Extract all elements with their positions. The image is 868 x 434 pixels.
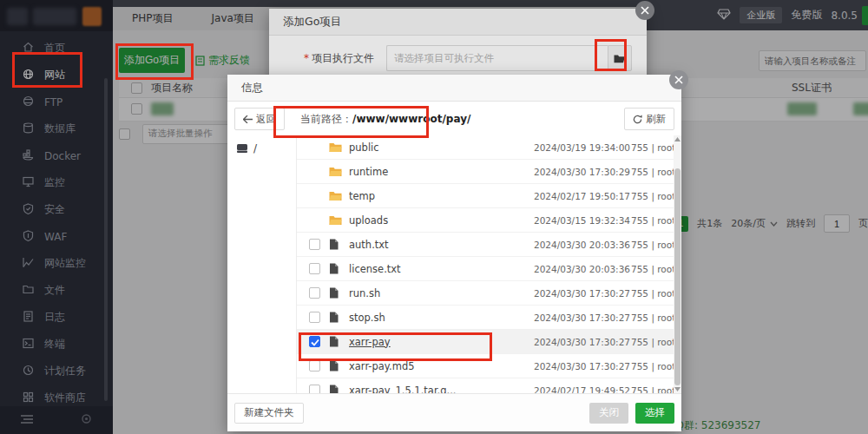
tree-root-item[interactable]: /: [236, 142, 296, 155]
file-date: 2024/03/30 17:30:27: [534, 361, 631, 372]
file-checkbox[interactable]: [309, 312, 320, 323]
file-row-temp[interactable]: temp2024/02/17 19:50:17755 | root: [297, 184, 681, 208]
file-name[interactable]: public: [349, 141, 534, 154]
file-row-public[interactable]: public2024/03/19 19:34:00755 | root: [297, 135, 681, 160]
file-icon: [329, 239, 342, 250]
file-date: 2024/02/17 19:50:17: [534, 191, 631, 201]
refresh-button[interactable]: 刷新: [624, 108, 674, 130]
path-value: /www/wwwroot/pay/: [352, 113, 470, 125]
dialog-title-bar: 信息: [227, 75, 681, 102]
close-icon[interactable]: [635, 1, 654, 20]
tree-root-label: /: [253, 142, 257, 155]
file-row-runtime[interactable]: runtime2024/03/30 17:30:29755 | root: [297, 160, 681, 184]
file-dialog-toolbar: 返回 当前路径：/www/wwwroot/pay/ 刷新: [227, 102, 681, 136]
file-name[interactable]: xarr-pay: [349, 336, 534, 348]
folder-icon: [329, 142, 342, 153]
file-date: 2024/03/15 19:32:34: [534, 215, 631, 226]
file-icon: [329, 336, 342, 347]
dialog-title: 信息: [241, 81, 263, 95]
required-star: *: [304, 52, 309, 64]
file-name[interactable]: run.sh: [349, 287, 534, 299]
file-icon: [329, 287, 342, 299]
file-checkbox[interactable]: [309, 263, 320, 274]
file-date: 2024/03/19 19:34:00: [534, 142, 631, 153]
file-name[interactable]: license.txt: [349, 263, 534, 275]
directory-tree-pane: /: [227, 135, 297, 393]
file-checkbox[interactable]: [309, 287, 320, 299]
file-date: 2024/02/17 19:49:52: [534, 385, 631, 394]
select-button[interactable]: 选择: [635, 403, 674, 424]
file-icon: [329, 263, 342, 274]
new-folder-button[interactable]: 新建文件夹: [234, 403, 304, 424]
file-name[interactable]: stop.sh: [349, 312, 534, 324]
file-name[interactable]: temp: [349, 190, 534, 202]
file-name[interactable]: uploads: [349, 214, 534, 227]
back-arrow-icon: [243, 115, 253, 123]
exec-file-form-row: *项目执行文件: [269, 35, 647, 71]
refresh-label: 刷新: [646, 113, 666, 126]
current-path: 当前路径：/www/wwwroot/pay/: [300, 112, 470, 127]
back-label: 返回: [256, 113, 276, 126]
file-date: 2024/03/30 20:03:36: [534, 240, 631, 250]
file-list-scrollbar[interactable]: [674, 135, 681, 393]
folder-icon: [329, 167, 342, 177]
file-row-auth.txt[interactable]: auth.txt2024/03/30 20:03:36755 | root: [297, 233, 681, 257]
file-row-license.txt[interactable]: license.txt2024/03/30 20:03:36755 | root: [297, 257, 681, 281]
file-name[interactable]: xarr-pay_1.5.1.tar.g...: [349, 385, 534, 394]
file-browser-dialog: 信息 返回 当前路径：/www/wwwroot/pay/ 刷新 /: [227, 75, 681, 431]
file-name[interactable]: xarr-pay.md5: [349, 360, 534, 372]
close-icon[interactable]: [669, 70, 688, 89]
scroll-down-icon[interactable]: [674, 387, 681, 391]
file-date: 2024/03/30 17:30:27: [534, 288, 631, 299]
file-date: 2024/03/30 17:30:27: [534, 312, 631, 323]
folder-icon: [329, 191, 342, 201]
browse-folder-button[interactable]: [608, 45, 632, 71]
file-row-xarr-pay.md5[interactable]: xarr-pay.md52024/03/30 17:30:27755 | roo…: [297, 354, 681, 378]
file-icon: [329, 360, 342, 372]
file-row-uploads[interactable]: uploads2024/03/15 19:32:34755 | root: [297, 208, 681, 233]
dialog-title-bar: 添加Go项目: [269, 9, 647, 36]
baota-panel-screen: 首页网站FTP数据库Docker监控安全WAF网站监控文件日志终端计划任务软件商…: [0, 0, 868, 434]
file-row-stop.sh[interactable]: stop.sh2024/03/30 17:30:27755 | root: [297, 306, 681, 330]
file-checkbox[interactable]: [309, 239, 320, 250]
dialog-title: 添加Go项目: [283, 15, 341, 30]
file-icon: [329, 385, 342, 393]
close-button[interactable]: 关闭: [589, 403, 628, 424]
file-row-xarr-pay[interactable]: xarr-pay2024/03/30 17:30:27755 | root: [297, 330, 681, 354]
file-row-xarr-pay-1.5.1.tar.g...[interactable]: xarr-pay_1.5.1.tar.g...2024/02/17 19:49:…: [297, 378, 681, 393]
file-date: 2024/03/30 20:03:36: [534, 264, 631, 274]
file-dialog-footer: 新建文件夹 关闭 选择: [227, 393, 681, 431]
file-name[interactable]: auth.txt: [349, 239, 534, 251]
folder-icon: [614, 54, 626, 63]
scrollbar-thumb[interactable]: [674, 168, 681, 385]
file-checkbox[interactable]: [309, 336, 320, 347]
file-list: public2024/03/19 19:34:00755 | rootrunti…: [297, 135, 681, 393]
file-checkbox[interactable]: [309, 385, 320, 393]
disk-icon: [236, 143, 248, 154]
path-label: 当前路径：: [300, 113, 352, 125]
file-row-run.sh[interactable]: run.sh2024/03/30 17:30:27755 | root: [297, 281, 681, 306]
file-icon: [329, 312, 342, 323]
back-button[interactable]: 返回: [234, 108, 285, 130]
refresh-icon: [633, 115, 642, 124]
file-date: 2024/03/30 17:30:29: [534, 167, 631, 177]
folder-icon: [329, 215, 342, 226]
exec-file-input[interactable]: [386, 45, 608, 71]
exec-file-label: *项目执行文件: [304, 51, 374, 66]
file-name[interactable]: runtime: [349, 166, 534, 178]
scroll-up-icon[interactable]: [674, 137, 681, 141]
file-date: 2024/03/30 17:30:27: [534, 337, 631, 347]
file-dialog-body: / public2024/03/19 19:34:00755 | rootrun…: [227, 135, 681, 393]
file-checkbox[interactable]: [309, 360, 320, 372]
